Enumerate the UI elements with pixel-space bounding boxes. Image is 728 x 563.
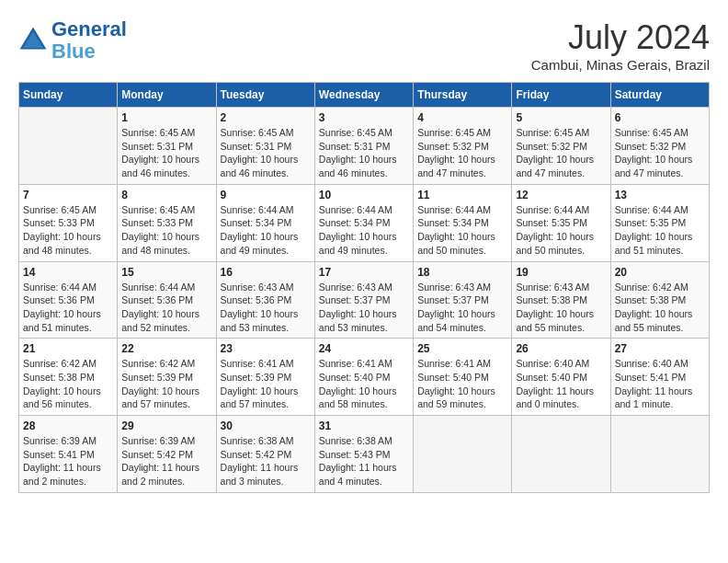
day-cell: 16Sunrise: 6:43 AM Sunset: 5:36 PM Dayli…	[216, 261, 314, 339]
day-number: 12	[516, 189, 606, 201]
col-header-wednesday: Wednesday	[314, 83, 413, 108]
day-cell: 29Sunrise: 6:39 AM Sunset: 5:42 PM Dayli…	[118, 416, 216, 493]
day-cell: 3Sunrise: 6:45 AM Sunset: 5:31 PM Daylig…	[314, 108, 413, 185]
day-cell: 11Sunrise: 6:44 AM Sunset: 5:34 PM Dayli…	[414, 184, 512, 261]
day-info: Sunrise: 6:39 AM Sunset: 5:41 PM Dayligh…	[23, 434, 113, 488]
week-row-5: 28Sunrise: 6:39 AM Sunset: 5:41 PM Dayli…	[19, 416, 710, 493]
day-number: 13	[615, 189, 705, 201]
day-info: Sunrise: 6:39 AM Sunset: 5:42 PM Dayligh…	[121, 434, 211, 488]
page-header: General Blue July 2024 Cambui, Minas Ger…	[18, 18, 710, 73]
day-number: 5	[516, 111, 606, 124]
day-cell: 15Sunrise: 6:44 AM Sunset: 5:36 PM Dayli…	[118, 261, 216, 339]
day-number: 17	[319, 266, 409, 279]
day-info: Sunrise: 6:45 AM Sunset: 5:32 PM Dayligh…	[615, 126, 705, 180]
day-cell: 30Sunrise: 6:38 AM Sunset: 5:42 PM Dayli…	[216, 416, 314, 493]
day-number: 29	[121, 419, 211, 432]
day-info: Sunrise: 6:44 AM Sunset: 5:36 PM Dayligh…	[23, 281, 113, 335]
day-number: 10	[319, 189, 409, 201]
header-row: SundayMondayTuesdayWednesdayThursdayFrid…	[19, 83, 710, 108]
logo-icon	[18, 26, 48, 55]
col-header-sunday: Sunday	[19, 83, 118, 108]
day-info: Sunrise: 6:41 AM Sunset: 5:40 PM Dayligh…	[319, 357, 409, 411]
day-number: 11	[417, 189, 507, 201]
location: Cambui, Minas Gerais, Brazil	[531, 57, 710, 73]
day-info: Sunrise: 6:44 AM Sunset: 5:34 PM Dayligh…	[221, 203, 311, 258]
day-info: Sunrise: 6:45 AM Sunset: 5:32 PM Dayligh…	[417, 126, 507, 180]
col-header-thursday: Thursday	[414, 83, 512, 108]
day-info: Sunrise: 6:41 AM Sunset: 5:40 PM Dayligh…	[417, 357, 507, 411]
day-info: Sunrise: 6:45 AM Sunset: 5:32 PM Dayligh…	[516, 126, 606, 180]
day-number: 2	[221, 111, 311, 124]
day-cell: 18Sunrise: 6:43 AM Sunset: 5:37 PM Dayli…	[414, 261, 512, 339]
day-number: 4	[417, 111, 507, 124]
day-number: 22	[121, 342, 211, 355]
day-cell: 24Sunrise: 6:41 AM Sunset: 5:40 PM Dayli…	[314, 339, 413, 416]
day-cell: 28Sunrise: 6:39 AM Sunset: 5:41 PM Dayli…	[19, 416, 118, 493]
day-cell	[512, 416, 610, 493]
day-cell: 10Sunrise: 6:44 AM Sunset: 5:34 PM Dayli…	[314, 184, 413, 261]
day-info: Sunrise: 6:45 AM Sunset: 5:31 PM Dayligh…	[221, 126, 311, 180]
day-cell: 7Sunrise: 6:45 AM Sunset: 5:33 PM Daylig…	[19, 184, 118, 261]
day-number: 25	[417, 342, 507, 355]
day-info: Sunrise: 6:40 AM Sunset: 5:40 PM Dayligh…	[516, 357, 606, 411]
day-info: Sunrise: 6:42 AM Sunset: 5:38 PM Dayligh…	[23, 357, 113, 411]
day-info: Sunrise: 6:42 AM Sunset: 5:38 PM Dayligh…	[615, 281, 705, 335]
day-cell: 1Sunrise: 6:45 AM Sunset: 5:31 PM Daylig…	[118, 108, 216, 185]
day-info: Sunrise: 6:45 AM Sunset: 5:33 PM Dayligh…	[23, 203, 113, 258]
day-number: 28	[23, 419, 113, 432]
week-row-1: 1Sunrise: 6:45 AM Sunset: 5:31 PM Daylig…	[19, 108, 710, 185]
day-info: Sunrise: 6:43 AM Sunset: 5:36 PM Dayligh…	[221, 281, 311, 335]
day-number: 20	[615, 266, 705, 279]
day-cell: 13Sunrise: 6:44 AM Sunset: 5:35 PM Dayli…	[610, 184, 709, 261]
month-year: July 2024	[531, 18, 710, 57]
day-cell: 5Sunrise: 6:45 AM Sunset: 5:32 PM Daylig…	[512, 108, 610, 185]
day-number: 15	[121, 266, 211, 279]
day-number: 23	[221, 342, 311, 355]
day-info: Sunrise: 6:44 AM Sunset: 5:34 PM Dayligh…	[417, 203, 507, 258]
day-cell: 8Sunrise: 6:45 AM Sunset: 5:33 PM Daylig…	[118, 184, 216, 261]
day-cell: 2Sunrise: 6:45 AM Sunset: 5:31 PM Daylig…	[216, 108, 314, 185]
day-info: Sunrise: 6:44 AM Sunset: 5:35 PM Dayligh…	[615, 203, 705, 258]
day-info: Sunrise: 6:41 AM Sunset: 5:39 PM Dayligh…	[221, 357, 311, 411]
day-cell: 22Sunrise: 6:42 AM Sunset: 5:39 PM Dayli…	[118, 339, 216, 416]
logo: General Blue	[18, 18, 127, 63]
day-cell: 27Sunrise: 6:40 AM Sunset: 5:41 PM Dayli…	[610, 339, 709, 416]
day-number: 21	[23, 342, 113, 355]
day-number: 31	[319, 419, 409, 432]
day-cell: 19Sunrise: 6:43 AM Sunset: 5:38 PM Dayli…	[512, 261, 610, 339]
day-cell: 14Sunrise: 6:44 AM Sunset: 5:36 PM Dayli…	[19, 261, 118, 339]
day-info: Sunrise: 6:43 AM Sunset: 5:37 PM Dayligh…	[319, 281, 409, 335]
day-number: 24	[319, 342, 409, 355]
col-header-monday: Monday	[118, 83, 216, 108]
week-row-2: 7Sunrise: 6:45 AM Sunset: 5:33 PM Daylig…	[19, 184, 710, 261]
day-number: 18	[417, 266, 507, 279]
day-number: 26	[516, 342, 606, 355]
col-header-tuesday: Tuesday	[216, 83, 314, 108]
day-cell	[414, 416, 512, 493]
day-number: 1	[121, 111, 211, 124]
col-header-friday: Friday	[512, 83, 610, 108]
day-cell: 26Sunrise: 6:40 AM Sunset: 5:40 PM Dayli…	[512, 339, 610, 416]
day-number: 8	[121, 189, 211, 201]
day-info: Sunrise: 6:38 AM Sunset: 5:43 PM Dayligh…	[319, 434, 409, 488]
day-number: 27	[615, 342, 705, 355]
day-info: Sunrise: 6:42 AM Sunset: 5:39 PM Dayligh…	[121, 357, 211, 411]
day-info: Sunrise: 6:43 AM Sunset: 5:38 PM Dayligh…	[516, 281, 606, 335]
day-number: 14	[23, 266, 113, 279]
day-cell: 12Sunrise: 6:44 AM Sunset: 5:35 PM Dayli…	[512, 184, 610, 261]
calendar-table: SundayMondayTuesdayWednesdayThursdayFrid…	[18, 82, 710, 493]
day-info: Sunrise: 6:38 AM Sunset: 5:42 PM Dayligh…	[221, 434, 311, 488]
day-cell	[610, 416, 709, 493]
col-header-saturday: Saturday	[610, 83, 709, 108]
day-info: Sunrise: 6:44 AM Sunset: 5:36 PM Dayligh…	[121, 281, 211, 335]
day-cell: 20Sunrise: 6:42 AM Sunset: 5:38 PM Dayli…	[610, 261, 709, 339]
day-info: Sunrise: 6:44 AM Sunset: 5:35 PM Dayligh…	[516, 203, 606, 258]
day-number: 30	[221, 419, 311, 432]
day-number: 19	[516, 266, 606, 279]
week-row-3: 14Sunrise: 6:44 AM Sunset: 5:36 PM Dayli…	[19, 261, 710, 339]
day-cell: 25Sunrise: 6:41 AM Sunset: 5:40 PM Dayli…	[414, 339, 512, 416]
day-number: 7	[23, 189, 113, 201]
title-block: July 2024 Cambui, Minas Gerais, Brazil	[531, 18, 710, 73]
day-info: Sunrise: 6:43 AM Sunset: 5:37 PM Dayligh…	[417, 281, 507, 335]
day-info: Sunrise: 6:45 AM Sunset: 5:31 PM Dayligh…	[121, 126, 211, 180]
